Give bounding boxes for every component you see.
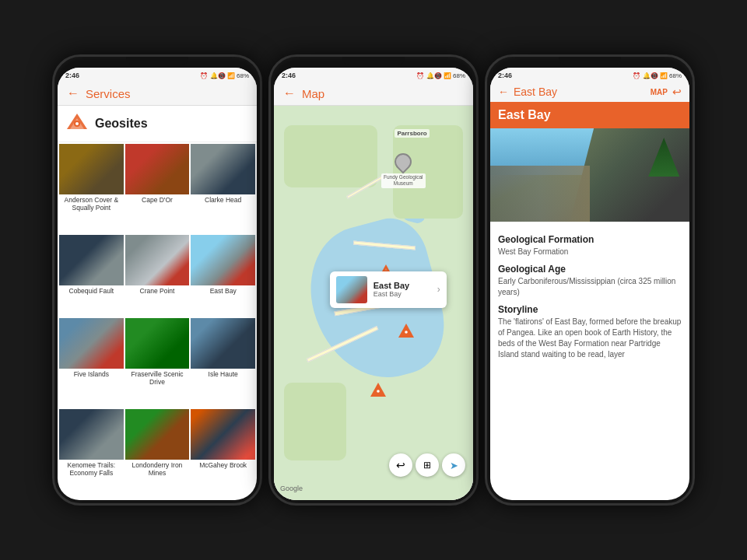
- detail-section-0: Geological Formation West Bay Formation: [498, 234, 682, 257]
- geosite-item-islehaute[interactable]: Isle Haute: [191, 318, 255, 408]
- geosite-item-clarkes[interactable]: Clarke Head: [191, 144, 255, 233]
- geosite-thumb-cobequid: [59, 235, 124, 285]
- phone3-nav-right: MAP ↩: [651, 86, 682, 98]
- phone1-wrapper: 2:46 ⏰ 🔔📵 📶 68% ← Services Geosites: [52, 54, 262, 506]
- layers-button[interactable]: ⊞: [416, 453, 439, 477]
- phone3-icons: ⏰ 🔔📵 📶 68%: [633, 72, 682, 79]
- phone3-nav-title: East Bay: [514, 86, 557, 98]
- geosite-item-kenomee[interactable]: Kenomee Trails: Economy Falls: [59, 409, 124, 499]
- geosite-label-anderson: Anderson Cover & Squally Point: [59, 194, 124, 215]
- geo-icon-3: [370, 382, 387, 399]
- museum-label-text: Fundy GeologicalMuseum: [381, 173, 426, 188]
- phone1-statusbar: 2:46 ⏰ 🔔📵 📶 68%: [58, 68, 257, 82]
- geosite-item-anderson[interactable]: Anderson Cover & Squally Point: [59, 144, 124, 233]
- popup-title: East Bay: [374, 281, 431, 290]
- geosite-thumb-anderson: [59, 144, 124, 194]
- geosite-thumb-mcgahey: [191, 409, 255, 460]
- phone2-icons: ⏰ 🔔📵 📶 68%: [416, 72, 465, 79]
- section-title-2: Storyline: [498, 304, 682, 315]
- geosite-label-fiveislands: Five Islands: [72, 369, 110, 381]
- phone1-header-title: Services: [86, 87, 247, 100]
- phone1-icons: ⏰ 🔔📵 📶 68%: [200, 72, 249, 79]
- section-text-0: West Bay Formation: [498, 247, 682, 257]
- phone2-statusbar: 2:46 ⏰ 🔔📵 📶 68%: [274, 68, 473, 82]
- phone3-back-icon[interactable]: ←: [498, 86, 509, 98]
- phone1: 2:46 ⏰ 🔔📵 📶 68% ← Services Geosites: [52, 54, 262, 506]
- geosite-label-londonderry: Londonderry Iron Mines: [125, 460, 190, 480]
- phone2-time: 2:46: [282, 72, 296, 79]
- geosite-item-cobequid[interactable]: Cobequid Fault: [59, 235, 124, 317]
- marker-geo3[interactable]: [370, 382, 387, 402]
- geosite-label-cobequid: Cobequid Fault: [68, 285, 116, 298]
- geosites-title: Geosites: [95, 117, 148, 131]
- popup-arrow-icon: ›: [437, 284, 440, 295]
- museum-pin-icon: [391, 149, 416, 173]
- map-screen[interactable]: Parrsboro Fundy GeologicalMuseum: [274, 106, 473, 500]
- phone1-header: ← Services: [58, 82, 257, 106]
- phone2-screen: 2:46 ⏰ 🔔📵 📶 68% ← Map: [274, 68, 473, 500]
- google-attribution: Google: [280, 485, 303, 492]
- phone1-screen: 2:46 ⏰ 🔔📵 📶 68% ← Services Geosites: [58, 68, 257, 500]
- geosite-item-mcgahey[interactable]: McGahey Brook: [191, 409, 255, 499]
- marker-geo2[interactable]: [398, 323, 415, 343]
- popup-subtitle: East Bay: [374, 290, 431, 298]
- geosites-header: Geosites: [58, 106, 257, 142]
- geosite-item-capedor[interactable]: Cape D'Or: [125, 144, 190, 233]
- detail-banner: East Bay: [490, 102, 689, 128]
- map-popup[interactable]: East Bay East Bay ›: [330, 271, 447, 308]
- section-text-2: The 'flatirons' of East Bay, formed befo…: [498, 317, 682, 360]
- section-title-0: Geological Formation: [498, 234, 682, 245]
- svg-point-13: [377, 390, 380, 393]
- geosite-thumb-kenomee: [59, 409, 124, 460]
- detail-hero-image: [490, 128, 689, 222]
- geosite-item-fiveislands[interactable]: Five Islands: [59, 318, 124, 408]
- phone3-time: 2:46: [498, 72, 512, 79]
- section-title-1: Geological Age: [498, 264, 682, 275]
- geosite-thumb-capedor: [125, 144, 190, 194]
- geosite-label-mcgahey: McGahey Brook: [198, 460, 248, 472]
- land-patch1: [284, 125, 377, 187]
- detail-section-2: Storyline The 'flatirons' of East Bay, f…: [498, 304, 682, 360]
- geosite-item-fraserville[interactable]: Fraserville Scenic Drive: [125, 318, 190, 408]
- geosite-thumb-clarkes: [191, 144, 255, 194]
- phone3: 2:46 ⏰ 🔔📵 📶 68% ← East Bay MAP ↩ East Ba…: [485, 54, 695, 506]
- land-patch2: [284, 383, 346, 460]
- svg-point-10: [405, 331, 408, 334]
- geosite-thumb-eastbay: [191, 235, 255, 285]
- geosite-label-kenomee: Kenomee Trails: Economy Falls: [59, 460, 124, 480]
- detail-content: Geological Formation West Bay Formation …: [490, 222, 689, 500]
- detail-section-1: Geological Age Early Carboniferous/Missi…: [498, 264, 682, 298]
- geosite-label-crane: Crane Point: [139, 285, 177, 298]
- geosite-thumb-islehaute: [191, 318, 255, 369]
- geosite-label-eastbay: East Bay: [209, 285, 238, 298]
- undo-button[interactable]: ↩: [389, 453, 412, 477]
- geosite-item-londonderry[interactable]: Londonderry Iron Mines: [125, 409, 190, 499]
- phone3-nav-left: ← East Bay: [498, 86, 557, 98]
- svg-point-3: [75, 122, 79, 125]
- phone2-wrapper: 2:46 ⏰ 🔔📵 📶 68% ← Map: [268, 54, 479, 506]
- geo-icon-2: [398, 323, 415, 340]
- geosite-item-eastbay[interactable]: East Bay: [191, 235, 255, 317]
- phone3-map-label[interactable]: MAP: [651, 88, 668, 96]
- hero-rock-face: [490, 166, 590, 222]
- phone3-wrapper: 2:46 ⏰ 🔔📵 📶 68% ← East Bay MAP ↩ East Ba…: [485, 54, 695, 506]
- geosite-thumb-fraserville: [125, 318, 190, 369]
- phone3-statusbar: 2:46 ⏰ 🔔📵 📶 68%: [490, 68, 689, 82]
- phone1-time: 2:46: [65, 72, 79, 79]
- phone2: 2:46 ⏰ 🔔📵 📶 68% ← Map: [268, 54, 479, 506]
- geosite-label-islehaute: Isle Haute: [207, 369, 240, 381]
- location-button[interactable]: ➤: [442, 453, 465, 477]
- geosites-grid: Anderson Cover & Squally Point Cape D'Or…: [58, 142, 257, 500]
- phone2-header: ← Map: [274, 82, 473, 106]
- phone2-back-icon[interactable]: ←: [283, 86, 296, 100]
- popup-thumb-image: [336, 276, 367, 303]
- geosite-label-clarkes: Clarke Head: [203, 194, 243, 207]
- geosite-label-fraserville: Fraserville Scenic Drive: [125, 369, 190, 389]
- popup-info: East Bay East Bay: [374, 281, 431, 298]
- section-text-1: Early Carboniferous/Mississippian (circa…: [498, 276, 682, 298]
- phone1-back-icon[interactable]: ←: [67, 86, 79, 100]
- museum-marker: Fundy GeologicalMuseum: [381, 153, 426, 188]
- phone3-return-icon[interactable]: ↩: [672, 86, 682, 98]
- geosite-item-crane[interactable]: Crane Point: [125, 235, 190, 317]
- phone2-header-title: Map: [302, 87, 464, 100]
